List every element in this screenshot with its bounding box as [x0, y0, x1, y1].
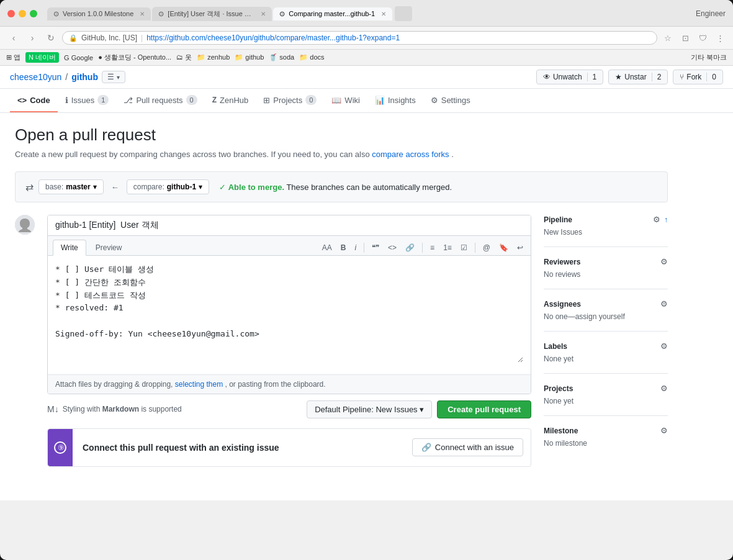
star-icon: ★	[615, 73, 622, 81]
toolbar-task[interactable]: ☑	[458, 242, 470, 253]
compare-branch-selector[interactable]: compare: github-1 ▾	[127, 179, 209, 194]
toolbar-reply[interactable]: ↩	[515, 242, 526, 253]
bookmark-saengwhal[interactable]: ● 생활코딩 - Opentuto...	[98, 53, 171, 62]
compare-label: compare:	[133, 183, 164, 191]
new-tab-button[interactable]	[395, 6, 412, 21]
address-bar[interactable]: 🔒 GitHub, Inc. [US] | https://github.com…	[62, 31, 657, 45]
projects-gear-icon[interactable]: ⚙	[660, 384, 668, 393]
create-pull-request-button[interactable]: Create pull request	[437, 400, 531, 418]
sidebar-milestone-header: Milestone ⚙	[544, 426, 668, 435]
tab-close-2[interactable]: ✕	[261, 11, 266, 17]
assignees-title: Assignees	[544, 300, 581, 309]
star-button[interactable]: ★ Unstar 2	[608, 70, 668, 84]
browser-tab-1[interactable]: ⊙ Version 1.0.0 Milestone ✕	[47, 7, 151, 20]
page-subtitle: Create a new pull request by comparing c…	[15, 150, 668, 159]
tab-insights[interactable]: 📊 Insights	[367, 89, 423, 112]
compare-arrow: ▾	[199, 183, 202, 191]
reviewers-gear-icon[interactable]: ⚙	[660, 257, 668, 266]
reviewers-value: No reviews	[544, 270, 668, 279]
repo-nav: cheese10yun / github ☰ ▾ 👁 Unwatch 1 ★ U…	[0, 66, 733, 89]
tab-close-1[interactable]: ✕	[140, 11, 145, 17]
reader-mode[interactable]: ⊡	[678, 31, 692, 45]
milestone-gear-icon[interactable]: ⚙	[660, 426, 668, 435]
tab-label-2: [Entity] User 객체 · Issue #1 · c...	[168, 9, 254, 19]
bookmark-folder1[interactable]: 🗂 옷	[176, 53, 192, 62]
reload-button[interactable]: ↻	[43, 30, 58, 45]
fork-button[interactable]: ⑂ Fork 0	[673, 70, 723, 84]
base-branch-selector[interactable]: base: master ▾	[38, 179, 104, 194]
sidebar-reviewers: Reviewers ⚙ No reviews	[544, 257, 668, 289]
assignees-value: No one—assign yourself	[544, 312, 668, 321]
bookmark-zenhub[interactable]: 📁 zenhub	[197, 53, 230, 61]
compare-icon: ⇄	[25, 181, 34, 193]
repo-owner-link[interactable]: cheese10yun	[10, 72, 61, 82]
pr-body-textarea[interactable]: * [ ] User 테이블 생성 * [ ] 간단한 조회함수 * [ ] 테…	[55, 263, 523, 363]
toolbar-link[interactable]: 🔗	[403, 242, 417, 253]
pr-title-input[interactable]	[48, 215, 531, 236]
tab-pull-requests[interactable]: ⎇ Pull requests 0	[116, 89, 204, 112]
tab-code[interactable]: <> Code	[10, 89, 58, 112]
assignees-gear-icon[interactable]: ⚙	[660, 299, 668, 309]
repo-list-btn[interactable]: ☰ ▾	[102, 71, 125, 83]
tab-label-1: Version 1.0.0 Milestone	[63, 10, 133, 17]
pr-form-main: Write Preview AA B i ❝❞ <> 🔗	[47, 215, 531, 467]
base-label: base:	[45, 183, 63, 191]
pipeline-arrow-icon[interactable]: ↑	[664, 215, 668, 224]
bookmark-github-folder[interactable]: 📁 github	[235, 53, 264, 61]
tab-wiki[interactable]: 📖 Wiki	[324, 89, 367, 112]
zenhub-icon: Z	[212, 96, 217, 104]
connect-section: ⑨ Connect this pull request with an exis…	[47, 428, 531, 467]
labels-gear-icon[interactable]: ⚙	[660, 341, 668, 351]
address-separator: |	[141, 34, 143, 42]
toolbar-code[interactable]: <>	[385, 242, 399, 253]
tab-zenhub[interactable]: Z ZenHub	[205, 89, 256, 112]
footer-selecting-link[interactable]: selecting them	[175, 380, 223, 389]
bookmark-google[interactable]: G Google	[64, 54, 93, 61]
bookmark-apps[interactable]: ⊞ 앱	[6, 53, 20, 62]
tab-close-3[interactable]: ✕	[381, 11, 386, 17]
editor-tab-preview[interactable]: Preview	[88, 240, 130, 255]
markdown-icon: M↓	[47, 404, 59, 414]
watch-button[interactable]: 👁 Unwatch 1	[536, 70, 603, 84]
editor-tab-write[interactable]: Write	[53, 240, 86, 256]
compare-forks-link[interactable]: compare across forks	[372, 150, 449, 159]
toolbar-bold[interactable]: B	[338, 242, 349, 253]
repo-name-link[interactable]: github	[71, 72, 98, 82]
maximize-button[interactable]	[30, 10, 37, 17]
pr-submit-row: M↓ Styling with Markdown is supported De…	[47, 400, 531, 418]
tab-icon-1: ⊙	[53, 10, 59, 18]
connect-with-issue-button[interactable]: 🔗 Connect with an issue	[412, 438, 523, 456]
browser-tab-2[interactable]: ⊙ [Entity] User 객체 · Issue #1 · c... ✕	[152, 7, 272, 21]
toolbar-mention[interactable]: @	[480, 242, 493, 253]
bookmark-star[interactable]: ☆	[661, 31, 675, 45]
reviewers-title: Reviewers	[544, 258, 580, 266]
minimize-button[interactable]	[19, 10, 26, 17]
tab-settings[interactable]: ⚙ Settings	[423, 89, 478, 112]
back-button[interactable]: ‹	[6, 30, 21, 45]
more-actions[interactable]: ⋮	[713, 31, 727, 45]
base-branch-name: master	[66, 183, 90, 191]
toolbar-italic[interactable]: i	[352, 242, 359, 253]
extensions[interactable]: 🛡	[696, 31, 709, 45]
toolbar-sep1	[364, 243, 364, 253]
pipeline-gear-icon[interactable]: ⚙	[653, 215, 660, 224]
tab-projects[interactable]: ⊞ Projects 0	[256, 89, 324, 112]
forward-button[interactable]: ›	[25, 30, 40, 45]
bookmark-other[interactable]: 기타 북마크	[691, 53, 727, 62]
close-button[interactable]	[7, 10, 15, 17]
pipeline-dropdown-button[interactable]: Default Pipeline: New Issues ▾	[307, 400, 432, 418]
lock-icon: 🔒	[69, 34, 78, 42]
tab-issues[interactable]: ℹ Issues 1	[58, 89, 117, 112]
bookmark-naver[interactable]: N 네이버	[25, 52, 59, 63]
editor-body: * [ ] User 테이블 생성 * [ ] 간단한 조회함수 * [ ] 테…	[48, 256, 531, 374]
toolbar-ref[interactable]: 🔖	[497, 242, 511, 253]
toolbar-ul[interactable]: ≡	[428, 242, 437, 253]
bookmark-soda[interactable]: 🥤 soda	[269, 53, 294, 61]
toolbar-quote[interactable]: ❝❞	[369, 242, 382, 253]
toolbar-ol[interactable]: 1≡	[441, 242, 454, 253]
toolbar-aa[interactable]: AA	[320, 242, 335, 253]
page-title: Open a pull request	[15, 125, 668, 145]
bookmark-docs[interactable]: 📁 docs	[299, 53, 324, 61]
browser-tab-3[interactable]: ⊙ Comparing master...github-1 ✕	[273, 7, 392, 20]
compare-branch-name: github-1	[167, 183, 196, 191]
